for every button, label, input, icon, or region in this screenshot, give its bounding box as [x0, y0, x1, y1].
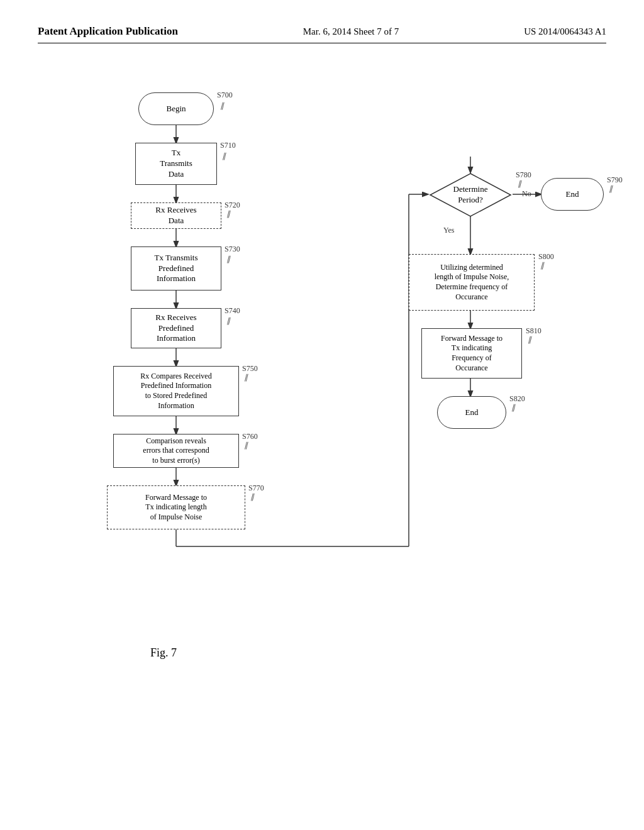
- node-s760: Comparison reveals errors that correspon…: [113, 434, 239, 468]
- label-s740: S740: [225, 306, 240, 316]
- ref-s730: ∥: [226, 255, 230, 264]
- node-s730: Tx Transmits Predefined Information: [131, 246, 221, 290]
- ref-s790: ∥: [609, 184, 613, 194]
- ref-s800: ∥: [540, 261, 544, 270]
- node-s780: DeterminePeriod?: [429, 172, 512, 218]
- label-s730: S730: [225, 245, 240, 254]
- page: Patent Application Publication Mar. 6, 2…: [0, 0, 644, 830]
- publication-number: US 2014/0064343 A1: [524, 26, 606, 37]
- label-s720: S720: [225, 201, 240, 210]
- publication-title: Patent Application Publication: [38, 25, 178, 38]
- ref-s710: ∥: [222, 152, 226, 161]
- node-s760-label: Comparison reveals errors that correspon…: [143, 436, 209, 466]
- publication-date-sheet: Mar. 6, 2014 Sheet 7 of 7: [303, 26, 399, 37]
- ref-s720: ∥: [226, 209, 230, 219]
- node-s800-label: Utilizing determined length of Impulse N…: [435, 263, 509, 302]
- node-s810-label: Forward Message to Tx indicating Frequen…: [441, 334, 502, 373]
- node-s740: Rx Receives Predefined Information: [131, 308, 221, 348]
- ref-s740: ∥: [226, 316, 230, 326]
- node-s700-label: Begin: [166, 104, 186, 114]
- arrow-to-s780: [467, 157, 480, 175]
- label-s810: S810: [526, 326, 541, 336]
- figure-area: Begin S700 ∥ Tx Transmits Data S710 ∥ Rx…: [38, 69, 606, 666]
- yes-label-s780: Yes: [443, 226, 454, 235]
- node-s790-label: End: [566, 189, 579, 200]
- ref-s780: ∥: [518, 179, 521, 189]
- figure-label: Fig. 7: [150, 646, 177, 660]
- label-s800: S800: [538, 252, 554, 262]
- label-s760: S760: [242, 432, 258, 441]
- node-s780-label: DeterminePeriod?: [453, 184, 488, 206]
- ref-s770: ∥: [250, 492, 254, 502]
- node-s720: Rx Receives Data: [131, 202, 221, 229]
- node-s730-label: Tx Transmits Predefined Information: [155, 253, 198, 285]
- ref-s760: ∥: [244, 441, 248, 450]
- label-s820: S820: [509, 394, 525, 404]
- node-s710: Tx Transmits Data: [135, 143, 217, 185]
- page-header: Patent Application Publication Mar. 6, 2…: [38, 25, 606, 43]
- label-s780: S780: [516, 170, 531, 180]
- node-s750-label: Rx Compares Received Predefined Informat…: [140, 372, 211, 411]
- label-s710: S710: [220, 141, 236, 150]
- node-s810: Forward Message to Tx indicating Frequen…: [421, 328, 522, 379]
- node-s800: Utilizing determined length of Impulse N…: [409, 254, 535, 311]
- node-s820-label: End: [465, 407, 479, 418]
- node-s770: Forward Message to Tx indicating length …: [107, 485, 245, 529]
- label-s750: S750: [242, 364, 258, 374]
- label-s790: S790: [607, 175, 623, 185]
- node-s820: End: [437, 396, 506, 429]
- ref-s700: ∥: [220, 101, 224, 111]
- node-s710-label: Tx Transmits Data: [160, 148, 192, 180]
- node-s700: Begin: [138, 92, 214, 125]
- label-s700: S700: [217, 91, 233, 100]
- no-label-s780: No: [522, 189, 531, 199]
- ref-s810: ∥: [528, 335, 531, 345]
- node-s770-label: Forward Message to Tx indicating length …: [145, 493, 207, 523]
- label-s770: S770: [248, 484, 264, 493]
- ref-s820: ∥: [511, 403, 515, 412]
- ref-s750: ∥: [244, 373, 248, 382]
- node-s740-label: Rx Receives Predefined Information: [155, 313, 196, 345]
- node-s720-label: Rx Receives Data: [155, 205, 196, 226]
- node-s790: End: [541, 178, 604, 211]
- node-s750: Rx Compares Received Predefined Informat…: [113, 366, 239, 416]
